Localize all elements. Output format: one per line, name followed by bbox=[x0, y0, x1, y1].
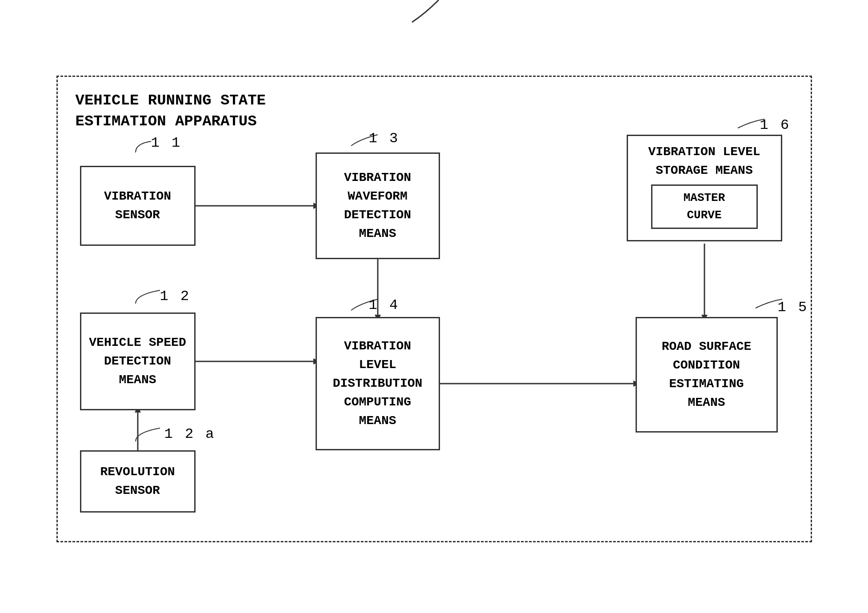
revolution-sensor-block: REVOLUTIONSENSOR bbox=[80, 450, 196, 513]
vibration-level-dist-block: VIBRATIONLEVELDISTRIBUTIONCOMPUTINGMEANS bbox=[316, 317, 440, 450]
ref-num-14: 1 4 bbox=[369, 297, 400, 313]
vibration-waveform-label: VIBRATIONWAVEFORMDETECTIONMEANS bbox=[344, 168, 411, 243]
figure-bracket-svg bbox=[394, 0, 483, 40]
page-container: 1 0 VEHICLE RUNNING STATE ESTIMATION APP… bbox=[9, 9, 859, 613]
ref-num-12a: 1 2 a bbox=[164, 426, 216, 442]
diagram-wrapper: 1 0 VEHICLE RUNNING STATE ESTIMATION APP… bbox=[34, 49, 834, 582]
vibration-level-storage-label: VIBRATION LEVELSTORAGE MEANS bbox=[648, 143, 760, 180]
figure-number: 1 0 bbox=[412, 0, 464, 4]
vibration-sensor-label: VIBRATIONSENSOR bbox=[104, 187, 171, 224]
main-apparatus-box: VEHICLE RUNNING STATE ESTIMATION APPARAT… bbox=[56, 76, 812, 542]
road-surface-label: ROAD SURFACECONDITIONESTIMATINGMEANS bbox=[662, 337, 752, 412]
vehicle-speed-block: VEHICLE SPEEDDETECTIONMEANS bbox=[80, 313, 196, 410]
ref-num-12: 1 2 bbox=[160, 288, 191, 304]
vehicle-speed-label: VEHICLE SPEEDDETECTIONMEANS bbox=[89, 333, 186, 389]
road-surface-block: ROAD SURFACECONDITIONESTIMATINGMEANS bbox=[636, 317, 778, 433]
master-curve-label: MASTERCURVE bbox=[684, 189, 725, 224]
vibration-level-dist-label: VIBRATIONLEVELDISTRIBUTIONCOMPUTINGMEANS bbox=[333, 337, 423, 430]
ref-num-11: 1 1 bbox=[151, 135, 182, 151]
vibration-level-storage-block: VIBRATION LEVELSTORAGE MEANS MASTERCURVE bbox=[627, 135, 782, 241]
vibration-sensor-block: VIBRATIONSENSOR bbox=[80, 166, 196, 246]
vibration-waveform-block: VIBRATIONWAVEFORMDETECTIONMEANS bbox=[316, 152, 440, 259]
ref-num-13: 1 3 bbox=[369, 130, 400, 147]
ref-num-15: 1 5 bbox=[778, 299, 809, 316]
ref-num-16: 1 6 bbox=[760, 117, 791, 133]
master-curve-block: MASTERCURVE bbox=[651, 184, 758, 229]
apparatus-label: VEHICLE RUNNING STATE ESTIMATION APPARAT… bbox=[76, 90, 266, 132]
revolution-sensor-label: REVOLUTIONSENSOR bbox=[100, 463, 175, 500]
